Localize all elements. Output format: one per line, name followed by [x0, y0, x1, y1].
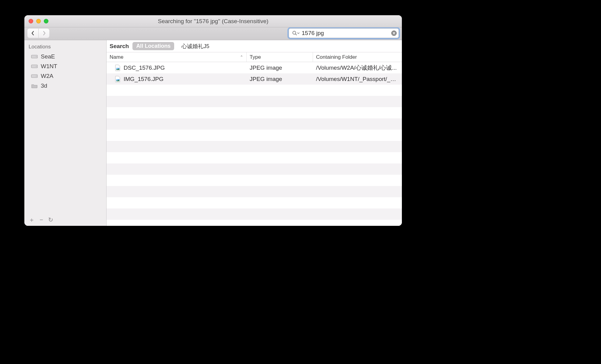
svg-point-7	[36, 76, 37, 76]
drive-icon	[31, 54, 38, 59]
results-header: Name ⌃ Type Containing Folder	[107, 52, 402, 62]
column-header-type[interactable]: Type	[247, 52, 313, 62]
file-folder: /Volumes/W2A/心诚婚礼/心诚...	[313, 64, 402, 72]
column-header-label: Name	[110, 54, 123, 60]
svg-point-5	[36, 66, 37, 67]
search-scope-label: Search	[110, 43, 129, 50]
sidebar-item-label: SeaE	[41, 53, 55, 60]
reload-icon[interactable]: ↻	[48, 217, 53, 223]
sidebar-item-drive[interactable]: SeaE	[24, 52, 106, 61]
svg-line-1	[296, 34, 297, 35]
file-type: JPEG image	[247, 65, 313, 71]
sidebar-item-label: W2A	[41, 73, 53, 79]
remove-location-icon[interactable]: −	[40, 217, 43, 223]
app-window: Searching for "1576 jpg" (Case-Insensiti…	[24, 15, 402, 226]
add-location-icon[interactable]: ＋	[29, 217, 35, 223]
window-controls	[29, 19, 48, 23]
window-title: Searching for "1576 jpg" (Case-Insensiti…	[158, 18, 268, 25]
scope-option-all[interactable]: All Locations	[132, 42, 174, 50]
search-input[interactable]	[302, 30, 389, 37]
svg-point-3	[36, 56, 37, 57]
sidebar-heading-locations: Locations	[24, 43, 106, 52]
file-type: JPEG image	[247, 76, 313, 82]
column-header-label: Type	[250, 54, 261, 60]
sidebar-item-folder[interactable]: 3d	[24, 81, 106, 91]
close-window-button[interactable]	[29, 19, 33, 23]
sort-ascending-icon: ⌃	[240, 55, 243, 59]
sidebar-item-label: W1NT	[41, 63, 57, 70]
nav-back-button[interactable]	[27, 29, 38, 38]
nav-forward-button	[38, 29, 49, 38]
drive-icon	[31, 73, 38, 79]
sidebar-footer: ＋ − ↻	[24, 214, 106, 226]
search-scope-bar: Search All Locations 心诚婚礼J5	[107, 40, 402, 52]
fullscreen-window-button[interactable]	[44, 19, 48, 23]
drive-icon	[31, 64, 38, 69]
toolbar	[24, 27, 402, 40]
minimize-window-button[interactable]	[36, 19, 41, 23]
clear-search-icon[interactable]	[391, 30, 397, 36]
svg-point-11	[117, 79, 117, 80]
nav-buttons	[27, 29, 49, 38]
jpeg-file-icon	[115, 65, 121, 71]
jpeg-file-icon	[115, 76, 121, 82]
search-field[interactable]	[289, 28, 399, 38]
sidebar-item-drive[interactable]: W2A	[24, 71, 106, 81]
svg-point-9	[117, 68, 117, 68]
result-row[interactable]: IMG_1576.JPG JPEG image /Volumes/W1NT/_P…	[107, 73, 402, 85]
sidebar-item-drive[interactable]: W1NT	[24, 61, 106, 71]
sidebar: Locations SeaE W1NT W2A	[24, 40, 107, 226]
result-row[interactable]: DSC_1576.JPG JPEG image /Volumes/W2A/心诚婚…	[107, 62, 402, 73]
titlebar[interactable]: Searching for "1576 jpg" (Case-Insensiti…	[24, 15, 402, 27]
scope-option-folder[interactable]: 心诚婚礼J5	[178, 42, 213, 51]
column-header-folder[interactable]: Containing Folder	[313, 52, 402, 62]
main-panel: Search All Locations 心诚婚礼J5 Name ⌃ Type …	[107, 40, 402, 226]
column-header-name[interactable]: Name ⌃	[107, 52, 247, 62]
file-name: IMG_1576.JPG	[124, 76, 163, 82]
results-list[interactable]: DSC_1576.JPG JPEG image /Volumes/W2A/心诚婚…	[107, 62, 402, 226]
column-header-label: Containing Folder	[316, 54, 357, 60]
file-name: DSC_1576.JPG	[124, 65, 165, 71]
search-icon[interactable]	[292, 30, 300, 36]
sidebar-item-label: 3d	[41, 82, 47, 89]
file-folder: /Volumes/W1NT/_Passport/_cla...	[313, 76, 402, 82]
folder-icon	[31, 83, 38, 89]
